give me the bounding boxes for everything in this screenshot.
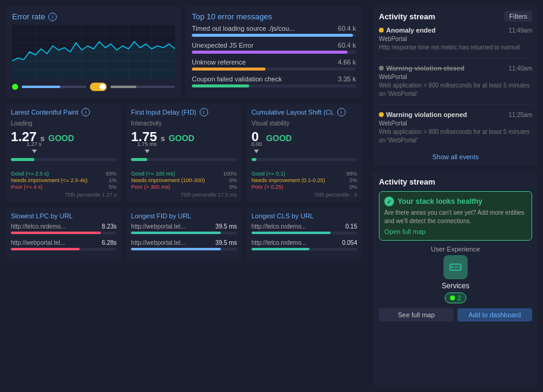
metric-triangle (145, 147, 150, 155)
metric-card: Cumulative Layout Shift (CL i Visual sta… (247, 103, 362, 203)
legend-row: Good (<= 100 ms) 100% (131, 171, 237, 177)
activity-desc: Http response time ms metric has returne… (379, 43, 532, 52)
url-text: http://telco.nrdemo... (252, 223, 306, 230)
url-text: http://telco.nrdemo... (252, 239, 306, 246)
activity-item: Warning violation opened 11:25am WebPort… (379, 111, 532, 151)
legend-label: Good (<= 0.1) (252, 171, 285, 177)
percentile-text: 75th percentile 17.5 ms (131, 192, 237, 198)
activity-item-header: Warning violation opened 11:25am (379, 111, 532, 118)
activity-desc: Web application > 800 miliseconds for at… (379, 81, 532, 98)
url-value: 8.23s (102, 223, 116, 230)
url-item: http://telco.nrdemo... 0.054 (252, 239, 357, 251)
filters-button[interactable]: Filters (504, 11, 532, 22)
error-bar-track (192, 84, 356, 87)
info-icon: i (48, 13, 57, 21)
metrics-row: Larest Contentful Paint i Loading 1.27 s… (6, 103, 362, 203)
metric-bar-area: 0.00 (252, 150, 357, 161)
see-full-map-button[interactable]: See full map (379, 308, 454, 321)
legend-label: Needs improvement (<= 2.5-4s) (11, 177, 87, 183)
error-bar-track (192, 68, 356, 71)
urls-container: Slowest LPC by URL http://telco.nrdemo..… (6, 207, 362, 261)
activity-dot (379, 112, 384, 117)
percentile-text: 75th percentile - 0 (252, 192, 357, 198)
url-item: http://telco.nrdemo... 8.23s (11, 223, 116, 235)
activity-desc: Web application > 800 miliseconds for at… (379, 128, 532, 145)
metric-legend: Good (<= 0.1) 98% Needs improvement (0.1… (252, 171, 357, 190)
slider-track[interactable] (22, 86, 86, 88)
activity-time: 11:40am (509, 65, 532, 72)
error-count: 60.4 k (338, 25, 356, 32)
error-bar-fill (192, 84, 249, 87)
add-dashboard-button[interactable]: Add to dashboard (457, 308, 532, 321)
metric-unit: s (160, 134, 165, 143)
error-items-list: Timed out loading source ./js/cou... 60.… (192, 25, 356, 87)
error-bar-fill (192, 51, 348, 54)
error-item: Timed out loading source ./js/cou... 60.… (192, 25, 356, 37)
error-name: Unexpected JS Error (192, 42, 253, 49)
activity-stream-card: Activity stream Filters Anomaly ended 11… (373, 5, 538, 166)
legend-row: Needs improvement (100-300) 0% (131, 177, 237, 183)
metric-bar-track (131, 158, 237, 161)
activity-event-name: Warning violation opened (379, 111, 467, 118)
healthy-stack-box: ✓ Your stack looks healthy Are there are… (379, 191, 532, 241)
metric-bar-track (11, 158, 116, 161)
service-map-title: Activity stream (379, 177, 435, 186)
error-item-header: Unexpected JS Error 60.4 k (192, 42, 356, 49)
error-item: Unknow reference 4.66 k (192, 58, 356, 71)
healthy-title: Your stack looks healthy (398, 197, 483, 206)
url-text: http://webportal.tel... (11, 239, 65, 246)
error-bar-track (192, 51, 356, 54)
metric-rating: GOOD (266, 133, 292, 143)
url-section-title: Longest FID by URL (131, 212, 237, 220)
show-all-events[interactable]: Show all events (379, 153, 532, 160)
legend-value: 5% (109, 184, 116, 190)
activity-item: Warning violation closed 11:40am WebPort… (379, 65, 532, 105)
activity-event-name: Warning violation closed (379, 65, 465, 72)
legend-row: Good (<= 2.5 s) 93% (11, 171, 116, 177)
activity-app: WebPortal (379, 74, 532, 80)
activity-header: Activity stream Filters (379, 11, 532, 22)
service-category-label: User Experience (431, 245, 480, 253)
metric-subtitle: Interactivity (131, 120, 237, 127)
metric-title: Larest Contentful Paint i (11, 108, 116, 116)
metric-bar-area: 1.75 ms (131, 150, 237, 161)
url-value: 0.15 (346, 223, 357, 230)
toggle-container (90, 83, 107, 91)
url-section-title: Slowest LPC by URL (11, 212, 116, 220)
legend-label: Poor (<= 4 s) (11, 184, 43, 190)
activity-event-name: Anomaly ended (379, 27, 436, 34)
legend-row: Needs improvement (<= 2.5-4s) 1% (11, 177, 116, 183)
metric-bar-track (252, 158, 357, 161)
metric-value: 0 GOOD (252, 129, 357, 145)
error-item-header: Coupon failed validation check 3.35 k (192, 75, 356, 83)
urls-row: Slowest LPC by URL http://telco.nrdemo..… (6, 207, 362, 261)
service-icon (443, 255, 468, 279)
url-item-header: http://telco.nrdemo... 0.054 (252, 239, 357, 246)
activity-stream-title: Activity stream (379, 12, 435, 21)
activity-dot (379, 28, 384, 33)
metric-legend: Good (<= 100 ms) 100% Needs improvement … (131, 171, 237, 190)
legend-value: 98% (346, 171, 357, 177)
legend-value: 100% (223, 171, 237, 177)
slider-track2[interactable] (110, 86, 175, 88)
legend-row: Poor (<= 4 s) 5% (11, 184, 116, 190)
error-count: 4.66 k (338, 58, 356, 66)
url-section-title: Longest CLS by URL (252, 212, 357, 220)
legend-value: 0% (229, 177, 237, 183)
metric-rating: GOOD (168, 133, 194, 143)
metric-subtitle: Loading (11, 120, 116, 127)
url-bar-track (131, 248, 237, 251)
activity-time: 11:49am (509, 27, 532, 34)
healthy-desc: Are there areas you can't see yet? Add m… (384, 209, 527, 226)
url-card: Slowest LPC by URL http://telco.nrdemo..… (6, 207, 121, 261)
activity-time: 11:25am (509, 112, 532, 118)
toggle[interactable] (90, 83, 107, 91)
error-bar-fill (192, 68, 265, 71)
open-map-link[interactable]: Open full map (384, 228, 527, 235)
metric-triangle (254, 147, 259, 155)
error-item: Coupon failed validation check 3.35 k (192, 75, 356, 87)
error-name: Coupon failed validation check (192, 75, 282, 83)
legend-value: 0% (229, 184, 237, 190)
activity-dot (379, 66, 384, 71)
top-errors-title: Top 10 error messages (192, 12, 356, 21)
